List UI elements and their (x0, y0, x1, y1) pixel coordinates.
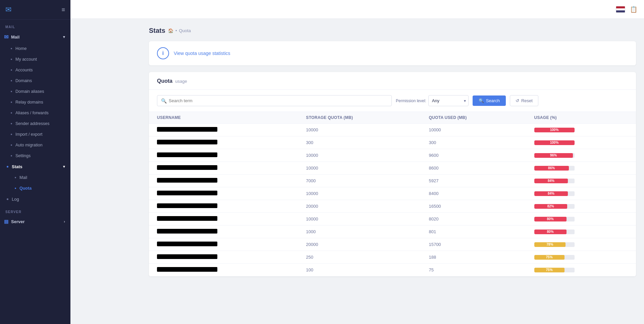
dot-icon (11, 91, 12, 92)
username-redacted (157, 152, 217, 157)
progress-bar-fill: 75% (534, 255, 565, 260)
dot-icon (7, 198, 8, 200)
sidebar-item-domains[interactable]: Domains (0, 75, 70, 86)
sidebar-item-accounts[interactable]: Accounts (0, 65, 70, 75)
hamburger-icon[interactable]: ≡ (61, 6, 65, 13)
progress-bar-fill: 82% (534, 204, 567, 209)
search-btn-icon: 🔍 (479, 98, 484, 103)
dot-icon (11, 48, 12, 49)
card-title: Quota (157, 78, 172, 84)
progress-wrap: 75% (534, 268, 628, 272)
sidebar-item-my-account[interactable]: My account (0, 54, 70, 65)
sidebar-item-domain-aliases[interactable]: Domain aliases (0, 86, 70, 97)
progress-bar-bg: 75% (534, 268, 575, 272)
sidebar-item-sender-addresses[interactable]: Sender addresses (0, 118, 70, 129)
storage-quota-cell: 20000 (298, 200, 421, 213)
table-header-row: Username Storage quota (MB) Quota used (… (149, 112, 636, 124)
progress-bar-bg: 84% (534, 179, 575, 183)
card-header: Quota usage (149, 72, 636, 90)
username-redacted (157, 229, 217, 234)
table-row: 25018875% (149, 251, 636, 264)
table-row: 200001570078% (149, 238, 636, 251)
sidebar-item-server[interactable]: ▤ Server › (0, 216, 70, 227)
username-redacted (157, 203, 217, 208)
reset-btn-label: Reset (521, 98, 533, 103)
progress-wrap: 84% (534, 179, 628, 183)
progress-bar-fill: 86% (534, 166, 569, 171)
usage-cell: 75% (526, 251, 636, 264)
username-redacted (157, 242, 217, 246)
clipboard-icon[interactable]: 📋 (630, 6, 637, 13)
quota-used-cell: 8400 (421, 187, 526, 200)
search-button[interactable]: 🔍 Search (473, 95, 506, 106)
username-cell (149, 200, 298, 213)
progress-bar-bg: 78% (534, 242, 575, 247)
username-cell (149, 238, 298, 251)
info-banner: i View quota usage statistics (149, 41, 636, 65)
usage-cell: 78% (526, 238, 636, 251)
info-icon: i (157, 47, 169, 59)
storage-quota-cell: 10000 (298, 162, 421, 175)
sidebar: ✉ ≡ MAIL ✉ Mail ▾ Home My account Accoun… (0, 0, 70, 324)
storage-quota-cell: 10000 (298, 187, 421, 200)
quota-used-cell: 8600 (421, 162, 526, 175)
table-row: 200001650082% (149, 200, 636, 213)
sidebar-item-relay-domains[interactable]: Relay domains (0, 97, 70, 108)
sidebar-mail-label: Mail (11, 35, 19, 40)
filters-row: 🔍 Permission level: Any 🔍 Search ↺ Reset (149, 90, 636, 112)
card-subtitle: usage (175, 79, 187, 84)
sidebar-item-import-export[interactable]: Import / export (0, 129, 70, 140)
sidebar-item-stats-mail[interactable]: Mail (0, 172, 70, 183)
search-input[interactable] (157, 95, 392, 106)
sidebar-item-auto-migration[interactable]: Auto migration (0, 140, 70, 150)
topbar-icons: 📋 (616, 6, 637, 13)
sidebar-item-mail[interactable]: ✉ Mail ▾ (0, 31, 70, 43)
info-link[interactable]: View quota usage statistics (174, 51, 230, 56)
progress-wrap: 80% (534, 217, 628, 221)
chevron-down-icon: ▾ (63, 165, 65, 169)
mail-logo-icon: ✉ (5, 5, 11, 14)
username-cell (149, 124, 298, 136)
progress-bar-fill: 75% (534, 268, 565, 272)
table-row: 1007575% (149, 264, 636, 276)
permission-select[interactable]: Any (428, 95, 469, 106)
sidebar-item-log[interactable]: Log (0, 194, 70, 205)
progress-bar-fill: 96% (534, 153, 573, 158)
page-title: Stats (149, 27, 165, 35)
sidebar-item-stats[interactable]: Stats ▾ (0, 161, 70, 172)
table-row: 10000840084% (149, 187, 636, 200)
quota-used-cell: 9600 (421, 149, 526, 162)
progress-bar-bg: 80% (534, 217, 575, 221)
card-title-row: Quota usage (157, 78, 628, 84)
progress-wrap: 96% (534, 153, 628, 158)
main-content: Stats 🏠 • Quota i View quota usage stati… (141, 19, 644, 324)
reset-btn-icon: ↺ (516, 98, 519, 103)
breadcrumb-home-icon: 🏠 (168, 28, 173, 33)
reset-button[interactable]: ↺ Reset (510, 95, 538, 106)
sidebar-item-settings[interactable]: Settings (0, 150, 70, 161)
language-flag-icon[interactable] (616, 6, 625, 13)
progress-bar-fill: 78% (534, 242, 566, 247)
quota-used-cell: 16500 (421, 200, 526, 213)
progress-wrap: 100% (534, 140, 628, 145)
sidebar-stats-submenu: Mail Quota (0, 172, 70, 194)
progress-bar-fill: 84% (534, 191, 568, 196)
dot-icon (15, 188, 16, 189)
progress-bar-bg: 80% (534, 230, 575, 234)
quota-used-cell: 300 (421, 136, 526, 149)
quota-used-cell: 801 (421, 225, 526, 238)
breadcrumb-current: Quota (179, 28, 191, 33)
sidebar-item-stats-quota[interactable]: Quota (0, 183, 70, 194)
username-cell (149, 162, 298, 175)
progress-bar-fill: 80% (534, 230, 567, 234)
storage-quota-cell: 10000 (298, 149, 421, 162)
quota-used-cell: 75 (421, 264, 526, 276)
col-used: Quota used (MB) (421, 112, 526, 124)
sidebar-item-aliases-forwards[interactable]: Aliases / forwards (0, 108, 70, 118)
sidebar-item-home[interactable]: Home (0, 43, 70, 54)
progress-wrap: 100% (534, 128, 628, 132)
username-cell (149, 149, 298, 162)
progress-wrap: 82% (534, 204, 628, 209)
progress-bar-bg: 96% (534, 153, 575, 158)
usage-cell: 100% (526, 136, 636, 149)
